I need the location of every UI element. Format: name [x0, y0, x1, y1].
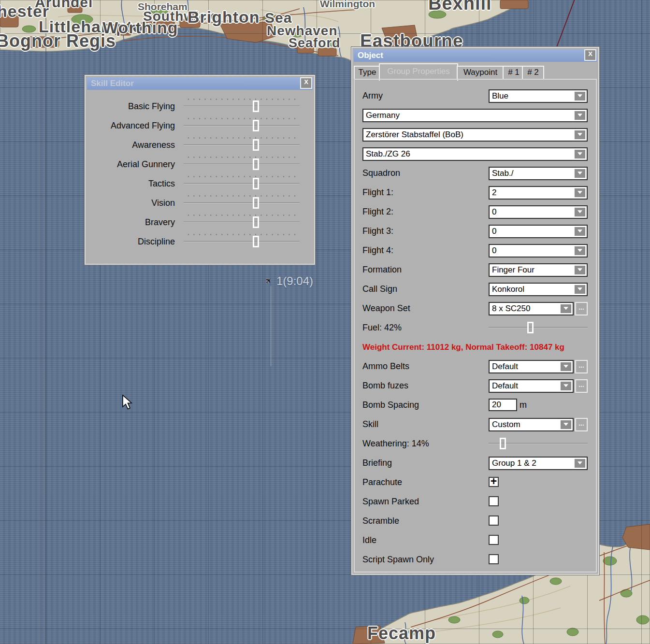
- army-dropdown[interactable]: Blue: [489, 89, 588, 103]
- slider-track: [489, 327, 588, 328]
- skill-slider-basic-flying[interactable]: [184, 100, 300, 113]
- fuel-slider[interactable]: [489, 321, 588, 334]
- unit-class-dropdown[interactable]: Zerstörer Stabstaffel (BoB): [362, 128, 588, 142]
- chevron-down-icon[interactable]: [560, 420, 572, 429]
- tab-2[interactable]: # 2: [522, 66, 544, 80]
- slider-thumb[interactable]: [253, 216, 259, 228]
- chevron-down-icon[interactable]: [574, 130, 586, 140]
- bomb-fuzes-dropdown[interactable]: Default: [489, 379, 574, 393]
- chevron-down-icon[interactable]: [574, 458, 586, 468]
- skill-more-button[interactable]: ...: [575, 418, 588, 431]
- weight-warning-text: Weight Current: 11012 kg, Normal Takeoff…: [362, 343, 564, 352]
- chevron-down-icon[interactable]: [560, 304, 572, 314]
- ammo-belts-more-button[interactable]: ...: [575, 360, 588, 373]
- skill-slider-aerial-gunnery[interactable]: [184, 158, 300, 171]
- squadron-value: Stab./: [490, 168, 587, 179]
- skill-label: Advanced Flying: [86, 119, 175, 132]
- skill-label: Aerial Gunnery: [86, 158, 175, 171]
- slider-thumb[interactable]: [253, 197, 259, 209]
- skill-editor-titlebar[interactable]: Skill Editor: [87, 77, 313, 90]
- slider-track: [184, 164, 300, 165]
- call-sign-value: Konkorol: [490, 284, 587, 295]
- parachute-checkbox[interactable]: +: [489, 477, 499, 487]
- country-dropdown[interactable]: Germany: [362, 109, 588, 122]
- slider-thumb[interactable]: [253, 100, 259, 112]
- bomb-fuzes-more-button[interactable]: ...: [575, 379, 588, 393]
- slider-thumb[interactable]: [500, 438, 506, 449]
- skill-editor-close-icon[interactable]: X: [300, 77, 312, 89]
- skill-slider-advanced-flying[interactable]: [184, 119, 300, 132]
- skill-slider-tactics[interactable]: [184, 177, 300, 190]
- chevron-down-icon[interactable]: [574, 149, 586, 159]
- flight3-dropdown[interactable]: 0: [489, 225, 588, 238]
- slider-thumb[interactable]: [527, 322, 534, 333]
- chevron-down-icon[interactable]: [560, 381, 572, 391]
- bomb-spacing-unit: m: [520, 399, 527, 411]
- slider-track: [184, 241, 300, 242]
- slider-track: [184, 183, 300, 184]
- waypoint-time-label: 1(9:04): [276, 274, 313, 288]
- formation-label: Formation: [362, 263, 402, 276]
- chevron-down-icon[interactable]: [574, 188, 586, 198]
- chevron-down-icon[interactable]: [574, 265, 586, 275]
- slider-track: [184, 144, 300, 145]
- waypoint-stem-line: [271, 286, 271, 366]
- tab-type[interactable]: Type: [354, 66, 381, 80]
- skill-slider-bravery[interactable]: [184, 216, 300, 229]
- map-label-fecamp: Fecamp: [367, 623, 436, 644]
- chevron-down-icon[interactable]: [574, 91, 586, 101]
- flight1-dropdown[interactable]: 2: [489, 186, 588, 200]
- chevron-down-icon[interactable]: [574, 111, 586, 120]
- tab-group-properties[interactable]: Group Properties: [379, 63, 458, 81]
- idle-checkbox[interactable]: [489, 535, 499, 545]
- chevron-down-icon[interactable]: [574, 169, 586, 178]
- chevron-down-icon[interactable]: [574, 285, 586, 294]
- script-spawn-only-checkbox[interactable]: [489, 554, 499, 564]
- slider-thumb[interactable]: [253, 139, 259, 151]
- briefing-dropdown[interactable]: Group 1 & 2: [489, 457, 588, 470]
- object-dialog-titlebar[interactable]: Object: [354, 49, 597, 62]
- spawn-parked-checkbox[interactable]: [489, 496, 499, 506]
- skill-dropdown[interactable]: Custom: [489, 418, 574, 431]
- skill-slider-vision[interactable]: [184, 197, 300, 209]
- flight4-dropdown[interactable]: 0: [489, 244, 588, 258]
- unit-value: Stab./ZG 26: [363, 148, 587, 159]
- slider-ticks: [186, 215, 298, 216]
- slider-thumb[interactable]: [253, 120, 259, 131]
- object-dialog-close-icon[interactable]: X: [584, 49, 596, 61]
- skill-label: Discipline: [86, 235, 175, 248]
- formation-value: Finger Four: [490, 264, 587, 275]
- army-label: Army: [362, 89, 383, 102]
- slider-thumb[interactable]: [253, 236, 259, 247]
- weathering-slider[interactable]: [489, 437, 588, 450]
- map-label-seaford: Seaford: [289, 36, 341, 51]
- scramble-checkbox[interactable]: [489, 515, 499, 526]
- squadron-dropdown[interactable]: Stab./: [489, 167, 588, 180]
- slider-thumb[interactable]: [253, 158, 259, 170]
- skill-slider-awareness[interactable]: [184, 139, 300, 151]
- unit-dropdown[interactable]: Stab./ZG 26: [362, 147, 588, 161]
- weapon-set-more-button[interactable]: ...: [575, 302, 588, 315]
- map-label-bognor-regis: Bognor Regis: [0, 31, 116, 51]
- weapon-set-dropdown[interactable]: 8 x SC250: [489, 302, 574, 315]
- chevron-down-icon[interactable]: [574, 246, 586, 256]
- slider-track: [184, 106, 300, 107]
- chevron-down-icon[interactable]: [560, 362, 572, 372]
- country-value: Germany: [363, 110, 587, 121]
- chevron-down-icon[interactable]: [574, 207, 586, 217]
- slider-thumb[interactable]: [253, 178, 259, 189]
- ammo-belts-dropdown[interactable]: Default: [489, 360, 574, 373]
- slider-ticks: [186, 234, 298, 235]
- tab-waypoint[interactable]: Waypoint: [457, 66, 504, 80]
- skill-label: Awareness: [86, 139, 175, 151]
- formation-dropdown[interactable]: Finger Four: [489, 263, 588, 277]
- chevron-down-icon[interactable]: [574, 227, 586, 236]
- skill-slider-discipline[interactable]: [184, 235, 300, 248]
- briefing-value: Group 1 & 2: [490, 458, 587, 469]
- check-plus-icon: +: [491, 475, 497, 487]
- skill-label: Basic Flying: [86, 100, 175, 113]
- flight2-dropdown[interactable]: 0: [489, 205, 588, 219]
- bomb-spacing-input[interactable]: [489, 399, 517, 411]
- army-value: Blue: [490, 90, 587, 101]
- call-sign-dropdown[interactable]: Konkorol: [489, 283, 588, 296]
